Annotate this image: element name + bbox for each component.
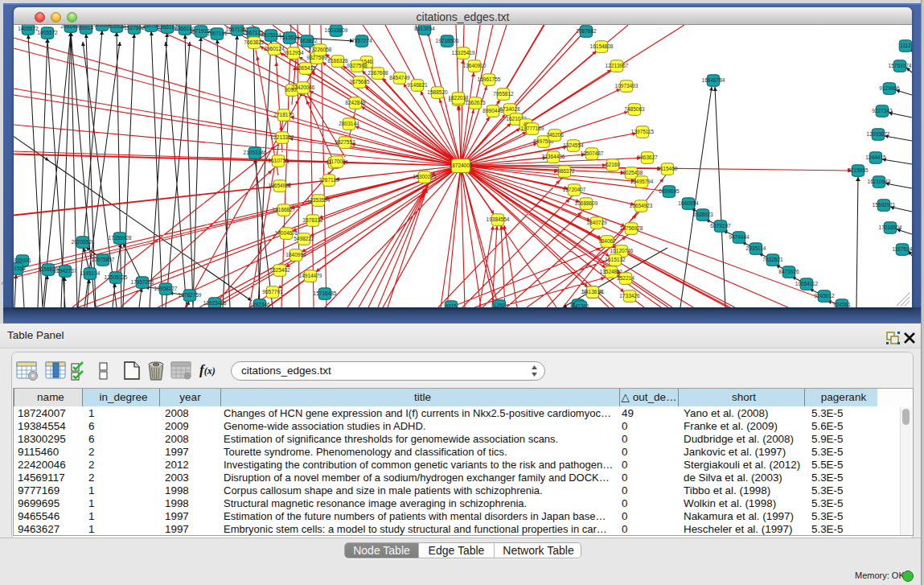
- svg-text:1588520: 1588520: [427, 89, 448, 95]
- svg-text:746206: 746206: [546, 132, 564, 138]
- svg-text:3578332: 3578332: [302, 217, 323, 223]
- svg-text:7663822: 7663822: [297, 38, 318, 43]
- svg-text:9129966: 9129966: [879, 85, 900, 91]
- svg-text:1292: 1292: [494, 303, 506, 307]
- svg-text:10507487: 10507487: [581, 150, 604, 156]
- svg-text:16961755: 16961755: [478, 76, 501, 82]
- svg-text:10958127: 10958127: [154, 286, 178, 291]
- svg-text:16120746: 16120746: [610, 248, 634, 253]
- svg-text:14914479: 14914479: [299, 273, 322, 278]
- svg-text:6734028: 6734028: [499, 106, 520, 112]
- svg-text:10688609: 10688609: [575, 200, 598, 206]
- svg-text:9463627: 9463627: [637, 154, 658, 160]
- svg-text:7515524: 7515524: [261, 32, 281, 38]
- svg-text:1733426: 1733426: [619, 293, 640, 299]
- svg-text:2367608: 2367608: [368, 70, 388, 76]
- svg-text:1405572: 1405572: [37, 30, 58, 35]
- svg-text:8454749: 8454749: [389, 75, 410, 80]
- svg-text:7485063: 7485063: [624, 106, 645, 112]
- svg-text:9827552: 9827552: [335, 139, 355, 145]
- svg-text:2803144: 2803144: [339, 121, 359, 126]
- svg-text:17359928: 17359928: [109, 235, 132, 241]
- svg-text:9146821: 9146821: [407, 82, 428, 88]
- svg-text:3267110: 3267110: [319, 177, 339, 183]
- svg-text:13640910: 13640910: [463, 63, 487, 68]
- svg-text:15300275: 15300275: [413, 174, 437, 179]
- svg-text:20206526: 20206526: [72, 239, 95, 245]
- svg-text:19756928: 19756928: [620, 225, 643, 231]
- svg-text:9327508: 9327508: [347, 63, 368, 68]
- svg-text:117004: 117004: [328, 159, 346, 164]
- svg-text:7857274: 7857274: [351, 38, 372, 43]
- svg-text:62160: 62160: [606, 162, 620, 167]
- svg-text:16782759: 16782759: [179, 292, 202, 298]
- svg-text:1244415: 1244415: [865, 154, 886, 160]
- svg-text:2087682: 2087682: [576, 28, 597, 34]
- svg-text:984067: 984067: [598, 238, 616, 244]
- svg-text:17016504: 17016504: [879, 225, 902, 230]
- svg-text:9115: 9115: [446, 303, 457, 307]
- svg-text:23226058: 23226058: [309, 47, 332, 52]
- svg-text:21364436: 21364436: [542, 154, 565, 159]
- svg-text:1610755: 1610755: [268, 158, 289, 163]
- svg-text:10975857: 10975857: [92, 257, 115, 262]
- svg-text:16210643: 16210643: [868, 179, 891, 184]
- svg-text:15692971: 15692971: [873, 202, 896, 208]
- svg-text:1065433: 1065433: [295, 65, 316, 71]
- svg-text:17957225: 17957225: [131, 279, 154, 285]
- svg-text:12942737: 12942737: [54, 268, 77, 274]
- svg-text:12213399: 12213399: [271, 134, 294, 140]
- svg-text:19384554: 19384554: [487, 216, 510, 222]
- svg-text:1112: 1112: [900, 43, 911, 48]
- svg-text:13495794: 13495794: [630, 179, 654, 184]
- svg-text:19654982: 19654982: [269, 183, 292, 188]
- svg-text:10025438: 10025438: [620, 170, 643, 175]
- svg-text:8471626: 8471626: [778, 269, 799, 274]
- svg-text:19166827: 19166827: [273, 207, 296, 212]
- svg-text:12353594: 12353594: [307, 197, 331, 203]
- svg-text:8938923: 8938923: [692, 212, 713, 217]
- svg-text:16033809: 16033809: [325, 27, 348, 33]
- svg-text:3675685: 3675685: [349, 79, 370, 84]
- svg-text:141361: 141361: [572, 303, 589, 307]
- svg-text:19218506: 19218506: [436, 38, 459, 43]
- svg-text:19777169: 19777169: [521, 126, 544, 131]
- svg-text:18724007: 18724007: [450, 163, 473, 168]
- svg-text:6899695: 6899695: [659, 188, 680, 194]
- svg-text:1324554: 1324554: [563, 142, 584, 148]
- svg-text:23420046: 23420046: [292, 84, 315, 90]
- svg-text:13325419: 13325419: [452, 50, 475, 56]
- svg-text:15720407: 15720407: [563, 187, 586, 192]
- svg-text:3912954: 3912954: [283, 50, 304, 56]
- svg-text:5498222: 5498222: [294, 236, 314, 241]
- svg-text:10654923: 10654923: [630, 203, 653, 208]
- svg-text:1167534: 1167534: [893, 246, 912, 252]
- svg-text:8813054: 8813054: [414, 26, 435, 31]
- svg-text:12093872: 12093872: [867, 131, 890, 137]
- svg-text:8186328: 8186328: [327, 58, 348, 64]
- svg-text:9657791: 9657791: [262, 289, 283, 295]
- svg-text:8242848: 8242848: [345, 100, 366, 105]
- svg-text:7632621: 7632621: [762, 257, 783, 262]
- svg-text:991554: 991554: [14, 266, 26, 271]
- svg-text:12923468: 12923468: [203, 300, 227, 306]
- svg-text:9474444: 9474444: [729, 234, 749, 240]
- svg-text:1405572: 1405572: [18, 26, 39, 31]
- svg-text:252214: 252214: [617, 275, 634, 281]
- svg-text:6879197: 6879197: [710, 223, 731, 229]
- svg-text:1640954: 1640954: [678, 200, 699, 206]
- svg-text:15716485: 15716485: [314, 290, 337, 296]
- svg-text:9115460: 9115460: [658, 166, 678, 171]
- svg-text:21053346: 21053346: [244, 150, 267, 155]
- svg-text:15751074: 15751074: [889, 63, 912, 68]
- svg-text:1067191: 1067191: [207, 31, 228, 36]
- svg-text:16648784: 16648784: [702, 77, 725, 83]
- svg-text:835001: 835001: [14, 257, 31, 263]
- svg-text:16154808: 16154808: [590, 43, 614, 49]
- svg-text:1413614: 1413614: [582, 289, 603, 295]
- svg-text:9227343: 9227343: [872, 108, 893, 113]
- svg-text:13975115: 13975115: [631, 129, 655, 134]
- svg-text:1840994: 1840994: [285, 252, 306, 257]
- svg-text:8960124: 8960124: [264, 46, 285, 51]
- svg-text:1615132: 1615132: [605, 257, 626, 262]
